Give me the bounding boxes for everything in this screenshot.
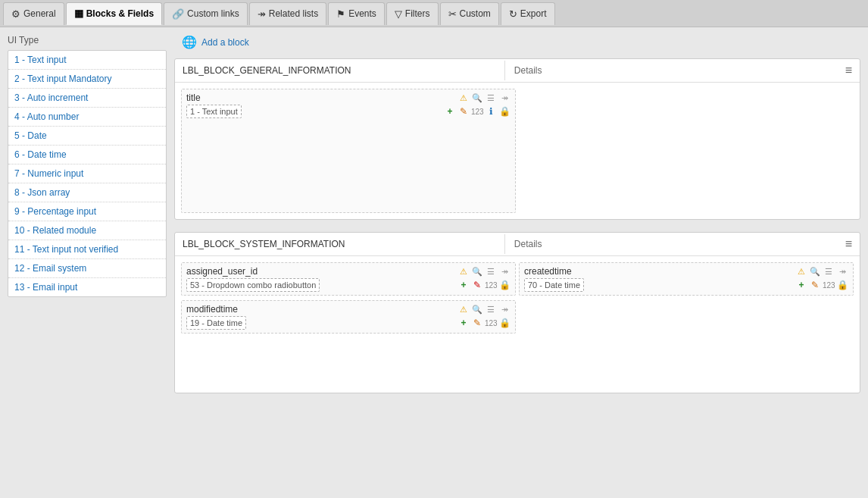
- main-content: UI Type 1 - Text input 2 - Text input Ma…: [0, 27, 868, 498]
- ui-type-item-7[interactable]: 7 - Numeric input: [8, 164, 166, 183]
- tab-export[interactable]: ↻ Export: [501, 2, 555, 25]
- field-title-bottom-actions: + ✎ 123 ℹ 🔒: [444, 106, 510, 117]
- field-title: title ⚠ 🔍 ☰ ↠ 1 - Text input + ✎: [181, 89, 516, 213]
- ui-type-item-5[interactable]: 5 - Date: [8, 127, 166, 146]
- empty-cell-1: [519, 89, 854, 213]
- add-block-icon: 🌐: [182, 35, 197, 49]
- custom-tab-icon: ✂: [448, 8, 457, 20]
- tab-custom[interactable]: ✂ Custom: [440, 2, 499, 25]
- ui-type-item-11[interactable]: 11 - Text input not verified: [8, 240, 166, 259]
- edit-modified-icon[interactable]: ✎: [471, 318, 483, 328]
- left-panel: UI Type 1 - Text input 2 - Text input Ma…: [8, 35, 167, 490]
- arrow-icon-modified[interactable]: ↠: [498, 305, 510, 315]
- lock-assigned-icon[interactable]: 🔒: [498, 280, 510, 290]
- export-tab-label: Export: [520, 8, 547, 19]
- empty-cell-2: [519, 300, 854, 330]
- blocks-fields-tab-icon: ▦: [74, 8, 83, 19]
- field-modifiedtime-actions: ⚠ 🔍 ☰ ↠: [457, 305, 510, 315]
- arrow-icon-created[interactable]: ↠: [836, 267, 848, 277]
- custom-tab-label: Custom: [460, 8, 491, 19]
- general-tab-label: General: [23, 8, 56, 19]
- block-system-left-col: assigned_user_id ⚠ 🔍 ☰ ↠ 53 - Dropdown c…: [181, 262, 516, 387]
- block-system-header: Details ≡: [175, 233, 860, 256]
- field-assigned-user: assigned_user_id ⚠ 🔍 ☰ ↠ 53 - Dropdown c…: [181, 262, 516, 296]
- blocks-fields-tab-label: Blocks & Fields: [86, 8, 154, 19]
- lock-modified-icon[interactable]: 🔒: [498, 318, 510, 328]
- events-tab-icon: ⚑: [336, 8, 345, 20]
- block-general-title-input[interactable]: [175, 61, 505, 80]
- right-panel: 🌐 Add a block Details ≡ title ⚠ 🔍: [174, 35, 860, 490]
- custom-links-tab-label: Custom links: [187, 8, 239, 19]
- add-assigned-icon[interactable]: +: [457, 280, 470, 290]
- tab-related-lists[interactable]: ↠ Related lists: [249, 2, 326, 25]
- block-system-title-input[interactable]: [175, 234, 505, 254]
- list-icon[interactable]: ☰: [485, 93, 497, 103]
- tab-filters[interactable]: ▽ Filters: [386, 2, 439, 25]
- add-created-icon[interactable]: +: [795, 280, 807, 290]
- ui-type-item-6[interactable]: 6 - Date time: [8, 146, 166, 164]
- add-block-button[interactable]: Add a block: [201, 37, 249, 48]
- ui-type-item-1[interactable]: 1 - Text input: [8, 51, 166, 70]
- warning-icon[interactable]: ⚠: [457, 93, 470, 103]
- filters-tab-label: Filters: [405, 8, 430, 19]
- custom-links-tab-icon: 🔗: [172, 8, 184, 20]
- filters-tab-icon: ▽: [395, 8, 402, 20]
- arrow-icon[interactable]: ↠: [498, 93, 510, 103]
- search-icon-assigned[interactable]: 🔍: [471, 267, 483, 277]
- list-icon-modified[interactable]: ☰: [485, 305, 497, 315]
- arrow-icon-assigned[interactable]: ↠: [498, 267, 510, 277]
- block-general-body: title ⚠ 🔍 ☰ ↠ 1 - Text input + ✎: [175, 83, 860, 219]
- search-icon-created[interactable]: 🔍: [809, 267, 821, 277]
- block-system-menu-icon[interactable]: ≡: [838, 233, 860, 255]
- block-general-menu-icon[interactable]: ≡: [838, 59, 860, 82]
- general-tab-icon: ⚙: [11, 8, 20, 20]
- lock-created-icon[interactable]: 🔒: [836, 280, 848, 290]
- warning-icon-assigned[interactable]: ⚠: [457, 267, 470, 277]
- block-general-details: Details: [505, 61, 838, 80]
- num-modified-icon: 123: [485, 319, 497, 327]
- list-icon-assigned[interactable]: ☰: [485, 267, 497, 277]
- search-icon[interactable]: 🔍: [471, 93, 483, 103]
- ui-type-item-13[interactable]: 13 - Email input: [8, 278, 166, 296]
- num-created-icon: 123: [823, 281, 835, 290]
- tab-blocks-fields[interactable]: ▦ Blocks & Fields: [66, 2, 162, 25]
- ui-type-item-12[interactable]: 12 - Email system: [8, 259, 166, 278]
- add-field-icon[interactable]: +: [444, 106, 456, 117]
- field-assigned-user-name: assigned_user_id: [186, 266, 258, 277]
- add-modified-icon[interactable]: +: [457, 318, 470, 328]
- block-system-information: Details ≡ assigned_user_id ⚠ 🔍 ☰: [174, 232, 860, 393]
- field-number-icon: 123: [471, 108, 483, 116]
- field-title-actions: ⚠ 🔍 ☰ ↠: [457, 93, 510, 103]
- events-tab-label: Events: [348, 8, 376, 19]
- ui-type-item-2[interactable]: 2 - Text input Mandatory: [8, 70, 166, 89]
- ui-type-item-4[interactable]: 4 - Auto number: [8, 108, 166, 127]
- tab-custom-links[interactable]: 🔗 Custom links: [164, 2, 248, 25]
- field-modifiedtime-name: modifiedtime: [186, 304, 238, 315]
- warning-icon-modified[interactable]: ⚠: [457, 305, 470, 315]
- edit-field-icon[interactable]: ✎: [457, 106, 470, 117]
- ui-type-item-9[interactable]: 9 - Percentage input: [8, 202, 166, 221]
- ui-type-list: 1 - Text input 2 - Text input Mandatory …: [8, 50, 167, 297]
- search-icon-modified[interactable]: 🔍: [471, 305, 483, 315]
- edit-created-icon[interactable]: ✎: [809, 280, 821, 290]
- lock-field-icon[interactable]: 🔒: [498, 106, 510, 117]
- related-lists-tab-label: Related lists: [269, 8, 318, 19]
- field-modifiedtime-type: 19 - Date time: [186, 316, 246, 330]
- field-assigned-user-type: 53 - Dropdown combo radiobutton: [186, 278, 320, 292]
- list-icon-created[interactable]: ☰: [823, 267, 835, 277]
- tab-events[interactable]: ⚑ Events: [328, 2, 385, 25]
- field-createdtime-name: createdtime: [524, 266, 572, 277]
- num-assigned-icon: 123: [485, 281, 497, 290]
- related-lists-tab-icon: ↠: [258, 8, 266, 20]
- edit-assigned-icon[interactable]: ✎: [471, 280, 483, 290]
- field-createdtime-actions: ⚠ 🔍 ☰ ↠: [795, 267, 848, 277]
- info-field-icon[interactable]: ℹ: [485, 106, 497, 117]
- ui-type-item-8[interactable]: 8 - Json array: [8, 183, 166, 202]
- ui-type-item-3[interactable]: 3 - Auto increment: [8, 89, 166, 108]
- ui-type-item-10[interactable]: 10 - Related module: [8, 221, 166, 240]
- field-createdtime-type: 70 - Date time: [524, 278, 584, 292]
- warning-icon-created[interactable]: ⚠: [795, 267, 807, 277]
- tab-general[interactable]: ⚙ General: [3, 2, 64, 25]
- field-assigned-user-actions: ⚠ 🔍 ☰ ↠: [457, 267, 510, 277]
- block-general-header: Details ≡: [175, 59, 860, 83]
